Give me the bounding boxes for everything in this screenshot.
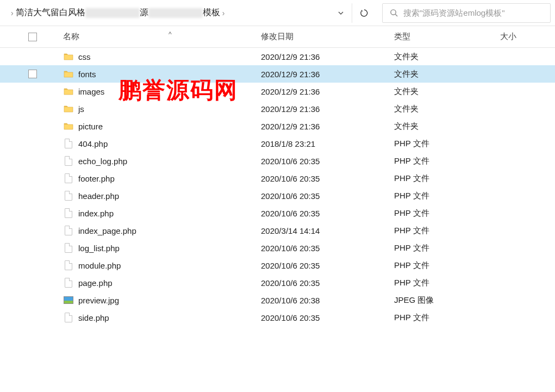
- file-name[interactable]: js: [78, 104, 261, 114]
- file-name[interactable]: module.php: [78, 261, 261, 270]
- row-checkbox[interactable]: [28, 70, 37, 78]
- file-name[interactable]: 404.php: [78, 139, 261, 148]
- file-name[interactable]: index.php: [78, 209, 261, 218]
- chevron-down-icon: [338, 10, 344, 16]
- file-type: PHP 文件: [394, 260, 500, 271]
- breadcrumb-blurred: [85, 8, 140, 18]
- file-icon: [63, 208, 74, 219]
- file-row[interactable]: echo_log.php2020/10/6 20:35PHP 文件: [0, 152, 555, 170]
- svg-point-0: [390, 10, 395, 15]
- column-header-date[interactable]: 修改日期: [261, 32, 394, 42]
- file-type: 文件夹: [394, 86, 500, 97]
- file-row[interactable]: footer.php2020/10/6 20:35PHP 文件: [0, 170, 555, 187]
- file-row[interactable]: 404.php2018/1/8 23:21PHP 文件: [0, 135, 555, 152]
- select-all-wrap[interactable]: [0, 33, 43, 41]
- search-icon: [388, 8, 399, 18]
- file-row[interactable]: log_list.php2020/10/6 20:35PHP 文件: [0, 239, 555, 257]
- file-name[interactable]: page.php: [78, 278, 261, 288]
- file-type: PHP 文件: [394, 191, 500, 201]
- row-checkbox-wrap[interactable]: [0, 70, 43, 78]
- image-file-icon: [63, 295, 74, 306]
- column-header-size[interactable]: 大小: [500, 32, 555, 42]
- folder-icon: [63, 86, 74, 97]
- file-name[interactable]: index_page.php: [78, 226, 261, 235]
- file-date: 2020/10/6 20:38: [261, 296, 394, 305]
- file-row[interactable]: module.php2020/10/6 20:35PHP 文件: [0, 257, 555, 274]
- file-name[interactable]: fonts: [78, 70, 261, 79]
- column-header-name[interactable]: 名称 ^: [43, 32, 261, 42]
- breadcrumb-segment[interactable]: 简洁大气留白风格: [16, 7, 85, 18]
- folder-icon: [63, 69, 74, 79]
- file-date: 2018/1/8 23:21: [261, 139, 394, 148]
- file-type: PHP 文件: [394, 208, 500, 219]
- file-row[interactable]: preview.jpg2020/10/6 20:38JPEG 图像: [0, 291, 555, 309]
- file-type: PHP 文件: [394, 139, 500, 149]
- file-date: 2020/10/6 20:35: [261, 209, 394, 218]
- column-header-name-label: 名称: [63, 32, 79, 41]
- search-input[interactable]: [403, 8, 545, 17]
- file-date: 2020/10/6 20:35: [261, 313, 394, 322]
- file-type: 文件夹: [394, 69, 500, 79]
- file-icon: [63, 242, 74, 253]
- file-type: PHP 文件: [394, 278, 500, 288]
- file-row[interactable]: index_page.php2020/3/14 14:14PHP 文件: [0, 222, 555, 239]
- file-icon: [63, 190, 74, 201]
- file-row[interactable]: index.php2020/10/6 20:35PHP 文件: [0, 204, 555, 222]
- file-icon: [63, 277, 74, 288]
- file-row[interactable]: page.php2020/10/6 20:35PHP 文件: [0, 274, 555, 291]
- file-type: 文件夹: [394, 52, 500, 62]
- file-row[interactable]: css2020/12/9 21:36文件夹: [0, 48, 555, 65]
- file-name[interactable]: preview.jpg: [78, 296, 261, 305]
- folder-icon: [63, 121, 74, 132]
- file-type: PHP 文件: [394, 243, 500, 253]
- file-type: 文件夹: [394, 121, 500, 132]
- search-box[interactable]: [382, 3, 551, 23]
- file-type: PHP 文件: [394, 156, 500, 166]
- file-date: 2020/12/9 21:36: [261, 70, 394, 79]
- file-name[interactable]: css: [78, 52, 261, 61]
- select-all-checkbox[interactable]: [28, 33, 37, 41]
- file-name[interactable]: log_list.php: [78, 244, 261, 253]
- file-row[interactable]: fonts2020/12/9 21:36文件夹: [0, 65, 555, 83]
- breadcrumb-blurred: [148, 8, 203, 18]
- file-type: JPEG 图像: [394, 295, 500, 306]
- breadcrumb-dropdown-button[interactable]: [330, 3, 352, 23]
- file-icon: [63, 225, 74, 236]
- file-icon: [63, 173, 74, 184]
- file-type: PHP 文件: [394, 313, 500, 323]
- file-date: 2020/10/6 20:35: [261, 174, 394, 183]
- file-date: 2020/12/9 21:36: [261, 52, 394, 61]
- file-name[interactable]: side.php: [78, 313, 261, 322]
- file-name[interactable]: picture: [78, 122, 261, 131]
- chevron-right-icon: ›: [11, 9, 14, 17]
- breadcrumb-segment[interactable]: 模板: [203, 7, 220, 18]
- file-date: 2020/12/9 21:36: [261, 122, 394, 131]
- file-icon: [63, 155, 74, 166]
- svg-line-1: [395, 14, 397, 16]
- file-row[interactable]: side.php2020/10/6 20:35PHP 文件: [0, 309, 555, 326]
- folder-icon: [63, 51, 74, 62]
- file-icon: [63, 312, 74, 323]
- file-row[interactable]: images2020/12/9 21:36文件夹: [0, 83, 555, 100]
- breadcrumb[interactable]: › 简洁大气留白风格 源 模板 ›: [4, 7, 330, 18]
- file-name[interactable]: header.php: [78, 191, 261, 201]
- file-row[interactable]: header.php2020/10/6 20:35PHP 文件: [0, 187, 555, 204]
- file-date: 2020/10/6 20:35: [261, 157, 394, 166]
- file-name[interactable]: images: [78, 87, 261, 96]
- file-date: 2020/12/9 21:36: [261, 87, 394, 96]
- file-date: 2020/3/14 14:14: [261, 226, 394, 235]
- file-row[interactable]: picture2020/12/9 21:36文件夹: [0, 117, 555, 135]
- breadcrumb-segment[interactable]: 源: [140, 7, 148, 18]
- refresh-button[interactable]: [352, 3, 376, 23]
- column-header-type[interactable]: 类型: [394, 32, 500, 42]
- file-name[interactable]: echo_log.php: [78, 157, 261, 166]
- file-list: css2020/12/9 21:36文件夹fonts2020/12/9 21:3…: [0, 48, 555, 326]
- sort-caret-icon: ^: [169, 30, 172, 38]
- file-type: PHP 文件: [394, 226, 500, 236]
- file-date: 2020/12/9 21:36: [261, 104, 394, 114]
- refresh-icon: [360, 9, 369, 17]
- file-date: 2020/10/6 20:35: [261, 244, 394, 253]
- chevron-right-icon: ›: [222, 9, 225, 17]
- file-name[interactable]: footer.php: [78, 174, 261, 183]
- file-row[interactable]: js2020/12/9 21:36文件夹: [0, 100, 555, 117]
